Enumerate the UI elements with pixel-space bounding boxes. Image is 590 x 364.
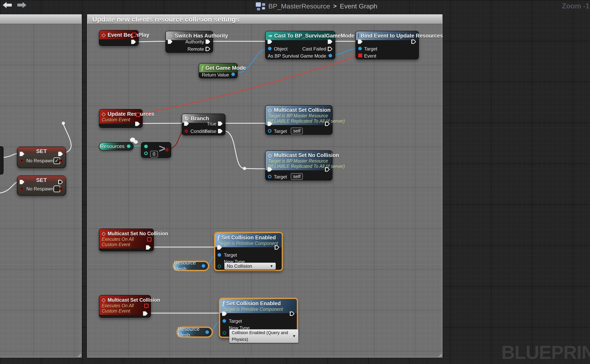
node-branch[interactable]: ↻ Branch True Condition False <box>182 114 225 135</box>
no-respawn-in-pin[interactable] <box>20 159 24 162</box>
comment-header-left[interactable] <box>0 14 82 24</box>
new-type-dropdown[interactable]: No Collision ▼ <box>224 263 276 270</box>
node-set-collision-enabled-2[interactable]: f Set Collision Enabled Target is Primit… <box>219 298 298 338</box>
resource-mesh-out-pin[interactable] <box>202 264 205 268</box>
new-type-enum-pin[interactable] <box>218 265 221 268</box>
node-subtitle: Custom Event <box>102 117 130 123</box>
node-subtitle1: Target is BP Master Resource <box>268 158 328 164</box>
new-type-enum-pin[interactable] <box>223 331 226 335</box>
node-title: Set Collision Enabled <box>221 234 276 241</box>
blueprint-watermark: BLUEPRINT <box>501 342 590 363</box>
exec-in-pin[interactable] <box>268 39 272 44</box>
node-subtitle2: RELIABLE Replicated To All (if server) <box>268 118 345 124</box>
dropdown-arrow-icon: ▼ <box>270 263 273 269</box>
target-self-value[interactable]: self <box>291 128 303 134</box>
node-resource-mesh-get-2[interactable]: Resource Mesh <box>177 327 212 337</box>
index-value-box[interactable]: 0 <box>150 151 158 157</box>
branch-icon: ↻ <box>185 115 189 122</box>
target-pin[interactable] <box>223 319 226 323</box>
return-value-pin[interactable] <box>231 72 235 76</box>
node-event-beginplay[interactable]: ◇ Event BeginPlay <box>99 30 139 46</box>
pin-label-remote: Remote <box>187 46 204 52</box>
delegate-pin[interactable] <box>147 237 152 241</box>
node-multicast-set-collision-event[interactable]: ◇ Multicast Set Collision Executes On Al… <box>99 295 151 318</box>
no-respawn-in-pin[interactable] <box>20 187 24 190</box>
node-title: Multicast Set Collision <box>108 297 160 303</box>
bind-icon <box>358 33 359 38</box>
breadcrumb-current[interactable]: Event Graph <box>340 2 377 10</box>
node-title: Multicast Set No Collision <box>274 152 339 158</box>
event-icon: ◇ <box>268 107 272 113</box>
function-icon: f <box>223 300 225 307</box>
event-icon: ◇ <box>268 152 272 158</box>
node-title: Set Collision Enabled <box>226 300 281 307</box>
pin-label-as-bp-survival-game-mode: As BP Survival Game Mode <box>268 53 326 59</box>
clipped-node[interactable] <box>0 146 4 175</box>
exec-out-remote-pin[interactable] <box>206 47 210 51</box>
pin-label-target: Target <box>229 318 242 324</box>
dropdown-arrow-icon: ▼ <box>292 333 296 339</box>
breadcrumb-parent[interactable]: BP_MasterResource <box>268 2 330 10</box>
event-delegate-in-pin[interactable] <box>358 53 362 57</box>
node-set-collision-enabled-1[interactable]: f Set Collision Enabled Target is Primit… <box>214 232 283 271</box>
variable-label: Resource Mesh <box>178 326 203 338</box>
node-subtitle: Target is Primitive Component <box>218 241 278 246</box>
breadcrumb-separator-icon: > <box>333 3 337 9</box>
node-title: Multicast Set Collision <box>274 107 331 113</box>
exec-cast-failed-pin[interactable] <box>328 47 332 51</box>
delegate-pin[interactable] <box>136 113 140 117</box>
blueprint-icon <box>256 2 265 11</box>
node-set-no-respawn-1[interactable]: SET No Respawn ✓ <box>17 147 66 168</box>
exec-false-pin[interactable] <box>218 129 223 133</box>
node-multicast-set-collision-rpc[interactable]: ◇ Multicast Set Collision Target is BP M… <box>265 105 332 135</box>
delegate-pin[interactable] <box>144 304 149 308</box>
exec-out-pin[interactable] <box>131 40 136 44</box>
gear-icon: ⚙ <box>168 33 173 39</box>
node-multicast-set-no-collision-rpc[interactable]: ◇ Multicast Set No Collision Target is B… <box>265 150 332 180</box>
node-title: Multicast Set No Collision <box>108 230 168 237</box>
zoom-indicator: Zoom -1 <box>562 2 590 10</box>
node-update-resources-event[interactable]: ◇ Update Resources Custom Event <box>99 109 143 128</box>
new-type-dropdown[interactable]: Collision Enabled (Query and Physics) ▼ <box>229 329 298 343</box>
node-resource-mesh-get-1[interactable]: Resource Mesh <box>173 261 209 271</box>
exec-out-authority-pin[interactable] <box>206 39 210 44</box>
delegate-pin[interactable] <box>132 33 136 37</box>
node-subtitle2: Custom Event <box>102 242 130 247</box>
node-title: Switch Has Authority <box>175 33 228 39</box>
comment-header-main[interactable]: Update new clients resource collision se… <box>87 14 443 24</box>
node-multicast-set-no-collision-event[interactable]: ◇ Multicast Set No Collision Executes On… <box>99 228 154 251</box>
object-in-pin[interactable] <box>268 47 272 50</box>
pin-label-target: Target <box>274 129 287 134</box>
target-pin[interactable] <box>218 253 221 257</box>
no-respawn-checkbox[interactable]: ✓ <box>53 157 60 164</box>
node-cast-to-bp-survivalgamemode[interactable]: ↠ Cast To BP_SurvivalGameMode Object Cas… <box>265 31 335 59</box>
target-pin[interactable] <box>268 175 272 178</box>
bool-out-pin[interactable] <box>165 148 169 151</box>
target-self-value[interactable]: self <box>291 173 303 180</box>
exec-out-pin[interactable] <box>328 39 332 44</box>
breadcrumb: BP_MasterResource > Event Graph <box>256 2 377 11</box>
no-respawn-checkbox[interactable] <box>53 186 60 192</box>
node-bind-event-to-update-resources[interactable]: Bind Event to Update Resources Target Ev… <box>356 31 419 59</box>
index-in-pin[interactable] <box>144 151 148 155</box>
as-cast-out-pin[interactable] <box>329 54 332 57</box>
node-set-no-respawn-2[interactable]: SET No Respawn <box>17 176 66 195</box>
node-get-game-mode[interactable]: f Get Game Mode Return Value <box>199 63 238 78</box>
exec-in-pin[interactable] <box>168 39 172 44</box>
node-switch-has-authority[interactable]: ⚙ Switch Has Authority Authority Remote <box>166 31 213 53</box>
no-respawn-out-pin[interactable] <box>60 187 63 190</box>
node-title: Event BeginPlay <box>108 32 149 38</box>
no-respawn-out-pin[interactable] <box>60 159 63 162</box>
target-in-pin[interactable] <box>358 47 362 50</box>
node-title: Update Resources <box>108 111 154 117</box>
exec-out-pin[interactable] <box>411 39 416 44</box>
array-in-pin[interactable] <box>144 145 148 148</box>
mouse-cursor <box>128 136 140 146</box>
node-greater-compact[interactable]: 0 > <box>141 142 171 158</box>
pin-label-target: Target <box>274 174 287 180</box>
condition-pin[interactable] <box>185 129 188 133</box>
resource-mesh-out-pin[interactable] <box>206 330 209 334</box>
node-subtitle1: Target is BP Master Resource <box>268 113 328 118</box>
exec-in-pin[interactable] <box>358 39 363 44</box>
target-pin[interactable] <box>268 129 272 133</box>
